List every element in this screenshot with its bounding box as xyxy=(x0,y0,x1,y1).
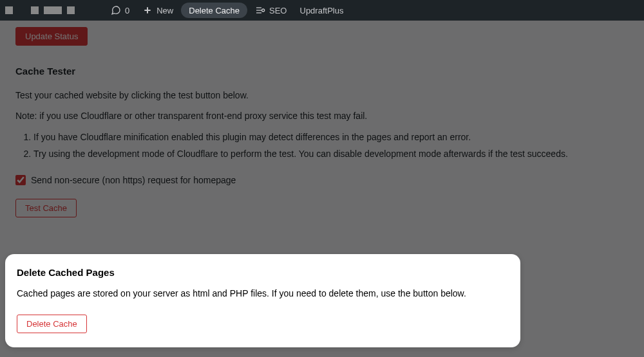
updraftplus-item[interactable]: UpdraftPlus xyxy=(295,0,349,21)
test-note-text: Note: if you use Cloudflare or other tra… xyxy=(15,109,629,123)
placeholder-icon xyxy=(5,6,13,14)
comments-item[interactable]: 0 xyxy=(106,0,135,21)
update-status-button[interactable]: Update Status xyxy=(15,27,88,46)
seo-icon xyxy=(255,5,265,15)
comment-icon xyxy=(111,5,121,15)
delete-cached-pages-heading: Delete Cached Pages xyxy=(17,267,509,278)
placeholder-icon xyxy=(67,6,75,14)
plus-icon xyxy=(142,5,153,15)
delete-cache-button[interactable]: Delete Cache xyxy=(17,315,87,333)
test-cache-button[interactable]: Test Cache xyxy=(15,199,77,217)
main-content: Update Status Cache Tester Test your cac… xyxy=(0,21,644,233)
seo-item[interactable]: SEO xyxy=(250,0,292,21)
svg-point-3 xyxy=(262,9,265,12)
placeholder-icon xyxy=(31,6,39,14)
nonsecure-checkbox-row: Send non-secure (non https) request for … xyxy=(15,173,629,187)
test-intro-text: Test your cached website by clicking the… xyxy=(15,88,629,102)
placeholder-icon xyxy=(44,6,62,14)
delete-cache-label: Delete Cache xyxy=(189,6,240,15)
cache-tester-heading: Cache Tester xyxy=(15,64,629,79)
delete-cached-pages-card: Delete Cached Pages Cached pages are sto… xyxy=(5,254,520,347)
list-item: Try using the development mode of Cloudf… xyxy=(33,147,629,161)
comments-count: 0 xyxy=(125,6,129,15)
nonsecure-checkbox[interactable] xyxy=(15,175,26,185)
nonsecure-checkbox-label: Send non-secure (non https) request for … xyxy=(31,173,236,187)
updraftplus-label: UpdraftPlus xyxy=(300,6,344,15)
seo-label: SEO xyxy=(269,6,287,15)
delete-cache-toolbar-button[interactable]: Delete Cache xyxy=(181,3,247,18)
new-item[interactable]: New xyxy=(137,0,178,21)
list-item: If you have Cloudflare minification enab… xyxy=(33,130,629,144)
admin-toolbar: 0 New Delete Cache SEO UpdraftPlus xyxy=(0,0,644,21)
new-label: New xyxy=(156,6,173,15)
test-notes-list: If you have Cloudflare minification enab… xyxy=(33,130,629,161)
delete-cached-pages-body: Cached pages are stored on your server a… xyxy=(17,287,509,300)
